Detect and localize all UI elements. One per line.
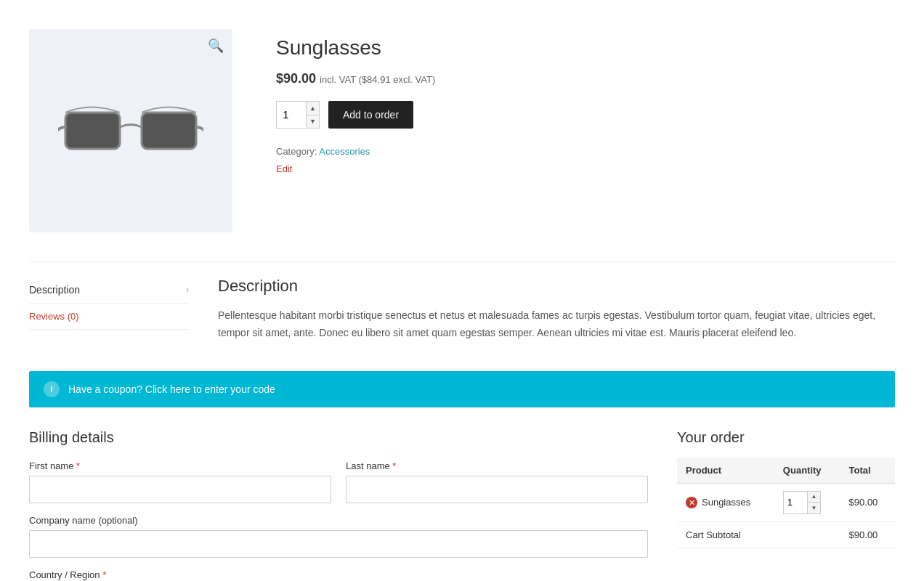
your-order: Your order Product Quantity Total ✕	[677, 429, 895, 581]
order-qty-spinners: ▲ ▼	[807, 492, 820, 513]
add-to-order-button[interactable]: Add to order	[328, 101, 413, 129]
edit-link-wrapper: Edit	[276, 163, 895, 174]
tab-chevron-icon: ›	[186, 285, 189, 295]
col-product: Product	[677, 458, 774, 484]
order-quantity-input[interactable]	[784, 492, 807, 513]
country-row: Country / Region *	[29, 569, 648, 581]
country-label: Country / Region *	[29, 569, 648, 580]
order-quantity-stepper[interactable]: ▲ ▼	[783, 491, 821, 514]
first-name-required: *	[76, 460, 80, 471]
name-row: First name * Last name *	[29, 460, 648, 503]
cart-subtotal-value: $90.00	[840, 521, 895, 548]
last-name-required: *	[392, 460, 396, 471]
country-label-text: Country / Region	[29, 569, 100, 580]
checkout-section: Billing details First name * Last name *	[29, 429, 895, 581]
edit-link[interactable]: Edit	[276, 163, 292, 174]
product-image-container: 🔍	[29, 29, 232, 232]
quantity-down-button[interactable]: ▼	[306, 115, 319, 129]
cart-subtotal-label: Cart Subtotal	[677, 521, 840, 548]
info-icon: i	[44, 381, 60, 397]
product-section: 🔍 Sunglasses	[29, 15, 895, 232]
quantity-spinners: ▲ ▼	[306, 102, 319, 128]
first-name-input[interactable]	[29, 476, 331, 503]
product-image	[58, 73, 203, 189]
zoom-icon[interactable]: 🔍	[208, 38, 224, 54]
order-table: Product Quantity Total ✕ Sunglasses	[677, 458, 895, 548]
last-name-group: Last name *	[346, 460, 648, 503]
order-item-name: Sunglasses	[702, 497, 750, 508]
billing-title: Billing details	[29, 429, 648, 446]
company-label: Company name (optional)	[29, 515, 648, 526]
order-title: Your order	[677, 429, 895, 446]
first-name-label-text: First name	[29, 460, 73, 471]
col-total: Total	[840, 458, 895, 484]
tab-content: Description Pellentesque habitant morbi …	[218, 277, 895, 342]
order-item-quantity: ▲ ▼	[774, 483, 840, 521]
coupon-text: Have a coupon? Click here to enter your …	[68, 383, 275, 395]
first-name-label: First name *	[29, 460, 331, 471]
tab-description[interactable]: Description ›	[29, 277, 189, 304]
quantity-input[interactable]	[277, 102, 306, 128]
country-group: Country / Region *	[29, 569, 648, 581]
last-name-input[interactable]	[346, 476, 648, 503]
company-row: Company name (optional)	[29, 515, 648, 558]
company-group: Company name (optional)	[29, 515, 648, 558]
tab-list: Description › Reviews (0)	[29, 277, 189, 342]
order-item-product: ✕ Sunglasses	[677, 483, 774, 521]
order-item-row: ✕ Sunglasses ▲ ▼	[677, 483, 895, 521]
cart-subtotal-row: Cart Subtotal $90.00	[677, 521, 895, 548]
remove-item-button[interactable]: ✕	[686, 497, 697, 508]
add-to-order-row: ▲ ▼ Add to order	[276, 101, 895, 129]
order-qty-up[interactable]: ▲	[807, 492, 820, 503]
tab-reviews-link[interactable]: Reviews (0)	[29, 311, 79, 322]
order-qty-down[interactable]: ▼	[807, 503, 820, 513]
country-required: *	[102, 569, 106, 580]
tab-reviews[interactable]: Reviews (0)	[29, 304, 189, 330]
category-label: Category:	[276, 146, 317, 157]
order-item-total: $90.00	[840, 483, 895, 521]
quantity-up-button[interactable]: ▲	[306, 102, 319, 115]
tabs-section: Description › Reviews (0) Description Pe…	[29, 261, 895, 342]
svg-rect-1	[142, 113, 196, 149]
last-name-label: Last name *	[346, 460, 648, 471]
quantity-stepper[interactable]: ▲ ▼	[276, 101, 320, 129]
product-category: Category: Accessories	[276, 146, 895, 157]
coupon-banner[interactable]: i Have a coupon? Click here to enter you…	[29, 371, 895, 407]
last-name-label-text: Last name	[346, 460, 390, 471]
price-value: $90.00	[276, 71, 316, 86]
first-name-group: First name *	[29, 460, 331, 503]
col-quantity: Quantity	[774, 458, 840, 484]
svg-rect-0	[65, 113, 120, 149]
company-input[interactable]	[29, 530, 648, 558]
tab-description-label: Description	[29, 284, 80, 296]
order-product-cell: ✕ Sunglasses	[686, 497, 766, 508]
product-info: Sunglasses $90.00 incl. VAT ($84.91 excl…	[276, 29, 895, 232]
tab-content-title: Description	[218, 277, 895, 296]
billing-details: Billing details First name * Last name *	[29, 429, 648, 581]
product-price: $90.00 incl. VAT ($84.91 excl. VAT)	[276, 71, 895, 86]
vat-info: incl. VAT ($84.91 excl. VAT)	[320, 74, 435, 85]
tab-content-text: Pellentesque habitant morbi tristique se…	[218, 307, 895, 342]
product-title: Sunglasses	[276, 36, 895, 60]
category-link[interactable]: Accessories	[319, 146, 370, 157]
